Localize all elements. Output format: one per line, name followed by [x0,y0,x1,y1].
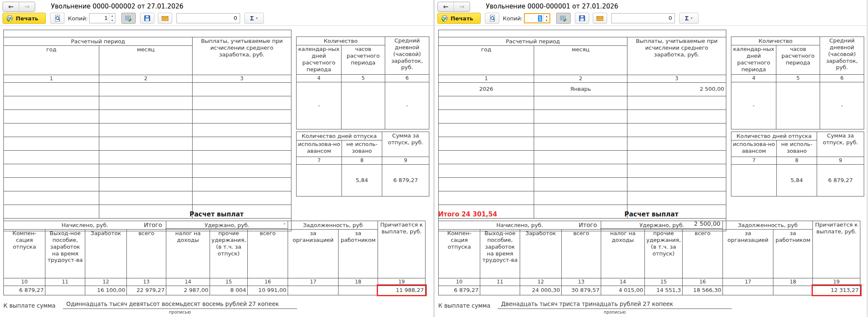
table-row [439,164,726,177]
toolbar-separator [435,25,868,26]
mail-icon [162,16,168,21]
value-cell: 22 979,27 [127,286,166,295]
sum-button[interactable]: Σ ▼ [679,13,699,24]
calendar-days-header: календар-ных дней расчетного периода [297,45,342,75]
chevron-down-icon: ▼ [690,17,693,20]
table-row [4,109,291,123]
table-cell [534,123,627,137]
quantity-table: Количество Средний дневной (часовой) зар… [296,36,429,129]
spinner-up-button[interactable]: ▲ [109,14,115,18]
col-num: 14 [166,278,210,286]
table-row [4,82,291,96]
value-cell: 8 004 [210,286,248,295]
vacation-days-table: Количество дней отпуска Сумма за отпуск,… [731,132,864,196]
payments-calc-table: Начислено, руб. Удержано, руб. Задолженн… [3,221,426,295]
table-edit-icon [125,15,132,22]
col-num: 18 [339,278,378,286]
debt-group-header: Задолженность, руб [723,221,813,230]
value-cell: 6 879,27 [439,286,480,295]
due-header: Причитается к выплате, руб. [378,221,426,278]
month-header: месяц [534,46,627,75]
value-cell: 30 879,57 [562,286,601,295]
avg-earnings-header: Средний дневной (часовой) заработок, руб… [820,37,864,75]
col-num: 10 [4,278,45,286]
col-num: 5 [776,75,820,82]
counter-field[interactable]: 0 [611,13,675,23]
email-button[interactable] [158,13,172,24]
save-button[interactable] [575,13,589,24]
preview-icon [54,15,61,22]
document-panel-right: ← → Увольнение 0000-000001 от 27.01.2026… [435,0,868,317]
forward-button[interactable]: → [19,2,35,11]
spinner-buttons: ▲ ▼ [109,14,115,23]
col-num: 1 [4,75,99,83]
table-cell [534,109,627,123]
table-settings-button[interactable] [121,13,136,24]
table-row [439,137,726,150]
table-settings-button[interactable] [556,13,571,24]
col-header: всего [683,230,723,278]
col-num: 14 [601,278,645,286]
nav-button-group: ← → [3,2,35,12]
table-cell [627,150,726,164]
print-preview-button[interactable] [485,13,499,24]
back-button[interactable]: ← [438,2,454,11]
withheld-group-header: Удержано, руб. [166,221,288,230]
year-header: год [4,46,99,75]
spinner-down-button[interactable]: ▼ [544,18,549,22]
table-cell [99,191,193,205]
table-cell [4,150,99,164]
col-num: 2 [99,75,193,83]
col-num: 7 [731,157,777,165]
table-cell [193,96,291,109]
settlement-period-table: Расчетный период Выплаты, учитываемые пр… [438,30,726,231]
table-cell [4,191,99,205]
table-cell [99,109,193,123]
back-button[interactable]: ← [3,2,19,11]
month-header: месяц [99,46,193,75]
print-button[interactable]: Печать [3,13,46,24]
col-num: 18 [773,278,813,286]
col-num: 3 [193,75,291,83]
email-button[interactable] [593,13,607,24]
col-num: 3 [627,75,726,83]
col-num: 15 [210,278,248,286]
copies-value: 1 [525,14,543,22]
table-cell [99,177,193,191]
save-button[interactable] [140,13,154,24]
print-preview-button[interactable] [50,13,64,24]
col-header: Выход-ное пособие, заработок на время тр… [45,230,85,278]
col-header: Заработок [520,230,562,278]
unused-header: не исполь-зовано [342,140,382,157]
table-cell [4,123,99,137]
accrued-group-header: Начислено, руб. [4,221,166,230]
print-button[interactable]: Печать [437,13,481,24]
table-cell [439,96,534,109]
back-arrow-icon: ← [8,3,14,11]
spinner-up-button[interactable]: ▲ [544,14,549,18]
advance-used-header: использова-но авансом [297,140,342,157]
payout-caption: прописью [498,310,732,314]
calendar-days-value: - [297,82,342,129]
print-button-label: Печать [16,15,38,22]
spinner-down-button[interactable]: ▼ [109,18,115,23]
table-cell [439,109,534,123]
period-rows [4,82,291,218]
save-icon [579,15,585,21]
table-cell [534,177,627,191]
year-header: год [439,46,534,75]
sum-button[interactable]: Σ ▼ [244,13,264,24]
copies-spinner[interactable]: 1 ▲ ▼ [524,13,550,23]
value-cell [723,286,773,295]
col-header: всего [562,230,601,278]
counter-field[interactable]: 0 [176,13,240,23]
value-cell [480,286,520,295]
table-cell [193,123,291,137]
forward-button[interactable]: → [454,2,470,11]
table-cell [439,191,534,205]
col-num: 12 [85,278,127,286]
table-edit-icon [560,15,567,22]
quantity-header: Количество [297,37,385,45]
forward-arrow-icon: → [24,3,30,11]
copies-spinner[interactable]: 1 ▲ ▼ [89,13,115,23]
